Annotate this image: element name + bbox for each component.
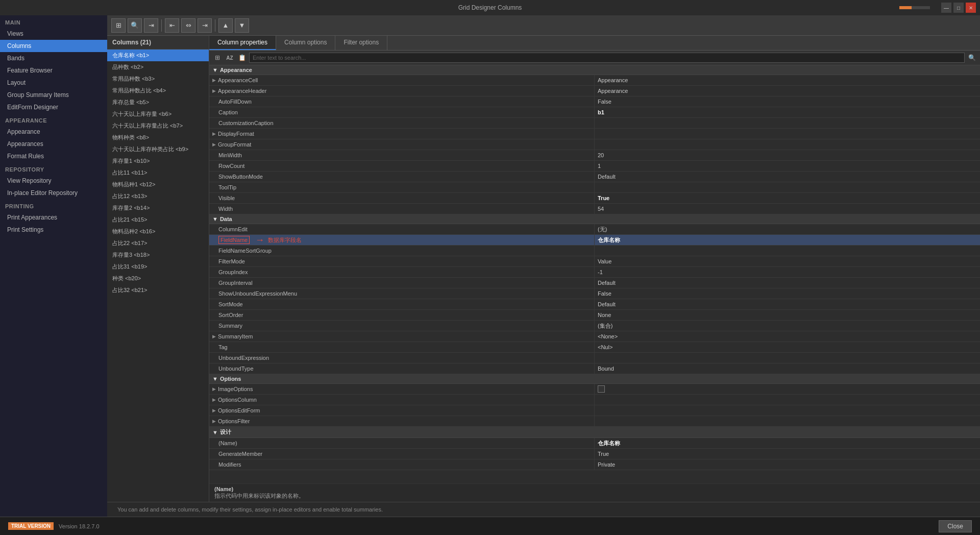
col-item-7[interactable]: 六十天以上库存量占比 <b7> bbox=[107, 120, 209, 132]
prop-row-group-index: GroupIndex -1 bbox=[209, 267, 980, 278]
grid-view-button[interactable]: ⊞ bbox=[111, 18, 126, 33]
prop-value-summary-item[interactable]: <None> bbox=[595, 331, 980, 342]
sidebar-item-layout[interactable]: Layout bbox=[0, 77, 107, 89]
prop-value-image-options[interactable] bbox=[595, 384, 980, 394]
sidebar-item-format-rules[interactable]: Format Rules bbox=[0, 150, 107, 162]
sidebar-item-print-appearances[interactable]: Print Appearances bbox=[0, 211, 107, 224]
prop-value-group-interval[interactable]: Default bbox=[595, 278, 980, 288]
align-center-button[interactable]: ⇔ bbox=[181, 18, 195, 33]
section-appearance[interactable]: ▼ Appearance bbox=[209, 65, 980, 75]
prop-value-show-button-mode[interactable]: Default bbox=[595, 172, 980, 182]
col-item-6[interactable]: 六十天以上库存量 <b6> bbox=[107, 108, 209, 120]
prop-value-unbound-expression[interactable] bbox=[595, 353, 980, 363]
prop-value-customization-caption[interactable] bbox=[595, 118, 980, 128]
col-item-15[interactable]: 占比21 <b15> bbox=[107, 214, 209, 226]
prop-value-group-format[interactable] bbox=[595, 139, 980, 150]
prop-value-generate-member[interactable]: True bbox=[595, 449, 980, 459]
name-desc-text: 指示代码中用来标识该对象的名称。 bbox=[214, 492, 975, 500]
prop-value-unbound-type[interactable]: Bound bbox=[595, 363, 980, 374]
sidebar-item-appearances[interactable]: Appearances bbox=[0, 138, 107, 150]
move-down-button[interactable]: ▼ bbox=[235, 18, 249, 33]
prop-value-options-column[interactable] bbox=[595, 395, 980, 405]
footer-close-button[interactable]: Close bbox=[939, 520, 972, 532]
col-item-13[interactable]: 占比12 <b13> bbox=[107, 190, 209, 202]
sidebar-item-inplace-editor-repository[interactable]: In-place Editor Repository bbox=[0, 187, 107, 199]
prop-value-appearance-header[interactable]: Appearance bbox=[595, 86, 980, 96]
close-window-button[interactable]: ✕ bbox=[966, 3, 976, 13]
minimize-button[interactable]: — bbox=[941, 3, 951, 13]
col-item-3[interactable]: 常用品种数 <b3> bbox=[107, 73, 209, 85]
prop-value-modifiers[interactable]: Private bbox=[595, 459, 980, 470]
tab-column-options[interactable]: Column options bbox=[276, 36, 335, 50]
prop-value-filter-mode[interactable]: Value bbox=[595, 256, 980, 266]
prop-row-sort-mode: SortMode Default bbox=[209, 299, 980, 310]
prop-value-sort-mode[interactable]: Default bbox=[595, 299, 980, 309]
col-item-1[interactable]: 仓库名称 <b1> bbox=[107, 50, 209, 61]
prop-name-group-format: ▶GroupFormat bbox=[209, 139, 595, 150]
sidebar-item-group-summary-items[interactable]: Group Summary Items bbox=[0, 89, 107, 101]
sidebar-item-print-settings[interactable]: Print Settings bbox=[0, 224, 107, 236]
sidebar-item-bands[interactable]: Bands bbox=[0, 52, 107, 64]
prop-value-column-edit[interactable]: (无) bbox=[595, 224, 980, 234]
image-options-checkbox[interactable] bbox=[598, 385, 605, 393]
sidebar-item-view-repository[interactable]: View Repository bbox=[0, 175, 107, 187]
prop-value-caption[interactable]: b1 bbox=[595, 107, 980, 117]
prop-value-visible[interactable]: True bbox=[595, 193, 980, 203]
section-data[interactable]: ▼ Data bbox=[209, 214, 980, 224]
search-button[interactable]: 🔍 bbox=[128, 18, 142, 33]
section-design[interactable]: ▼ 设计 bbox=[209, 427, 980, 438]
maximize-button[interactable]: □ bbox=[953, 3, 964, 13]
prop-value-fieldname[interactable]: 仓库名称 bbox=[595, 235, 980, 245]
prop-value-display-format[interactable] bbox=[595, 129, 980, 139]
tab-filter-options[interactable]: Filter options bbox=[335, 36, 387, 50]
prop-value-name[interactable]: 仓库名称 bbox=[595, 438, 980, 448]
prop-value-width[interactable]: 54 bbox=[595, 204, 980, 214]
property-search-input[interactable] bbox=[249, 53, 965, 63]
prop-value-fieldname-sort-group[interactable] bbox=[595, 246, 980, 256]
col-item-19[interactable]: 占比31 <b19> bbox=[107, 261, 209, 273]
col-item-4[interactable]: 常用品种数占比 <b4> bbox=[107, 85, 209, 96]
col-item-10[interactable]: 库存量1 <b10> bbox=[107, 155, 209, 167]
grid-icon-button[interactable]: ⊞ bbox=[212, 53, 223, 63]
sidebar-item-feature-browser[interactable]: Feature Browser bbox=[0, 64, 107, 77]
prop-value-minwidth[interactable]: 20 bbox=[595, 150, 980, 160]
col-item-8[interactable]: 物料种类 <b8> bbox=[107, 132, 209, 143]
align-left-button[interactable]: ⇤ bbox=[165, 18, 179, 33]
clipboard-icon-button[interactable]: 📋 bbox=[237, 53, 247, 63]
sidebar-item-editform-designer[interactable]: EditForm Designer bbox=[0, 101, 107, 113]
prop-value-options-edit-form[interactable] bbox=[595, 405, 980, 416]
prop-value-group-index[interactable]: -1 bbox=[595, 267, 980, 277]
section-options[interactable]: ▼ Options bbox=[209, 374, 980, 384]
col-item-11[interactable]: 占比11 <b11> bbox=[107, 167, 209, 179]
col-item-20[interactable]: 种类 <b20> bbox=[107, 273, 209, 284]
prop-value-show-unbound-expression-menu[interactable]: False bbox=[595, 288, 980, 299]
prop-name-image-options: ▶ImageOptions bbox=[209, 384, 595, 394]
col-item-17[interactable]: 占比22 <b17> bbox=[107, 237, 209, 249]
col-item-16[interactable]: 物料品种2 <b16> bbox=[107, 226, 209, 237]
tab-column-properties[interactable]: Column properties bbox=[209, 36, 276, 50]
col-item-9[interactable]: 六十天以上库存种类占比 <b9> bbox=[107, 143, 209, 155]
col-item-14[interactable]: 库存量2 <b14> bbox=[107, 202, 209, 214]
export-button[interactable]: ⇥ bbox=[144, 18, 158, 33]
prop-value-tag[interactable]: <Nul> bbox=[595, 342, 980, 352]
col-item-18[interactable]: 库存量3 <b18> bbox=[107, 249, 209, 261]
col-item-12[interactable]: 物料品种1 <b12> bbox=[107, 179, 209, 190]
sidebar-item-columns[interactable]: Columns bbox=[0, 40, 107, 52]
sidebar-item-views[interactable]: Views bbox=[0, 28, 107, 40]
prop-value-appearance-cell[interactable]: Appearance bbox=[595, 75, 980, 85]
sidebar-item-appearance[interactable]: Appearance bbox=[0, 126, 107, 138]
prop-value-summary[interactable]: (集合) bbox=[595, 321, 980, 331]
col-item-21[interactable]: 占比32 <b21> bbox=[107, 284, 209, 296]
move-up-button[interactable]: ▲ bbox=[218, 18, 233, 33]
col-item-5[interactable]: 库存总量 <b5> bbox=[107, 96, 209, 108]
prop-value-options-filter[interactable] bbox=[595, 416, 980, 426]
col-item-2[interactable]: 品种数 <b2> bbox=[107, 61, 209, 73]
sort-icon-button[interactable]: AZ bbox=[225, 53, 235, 63]
align-right-button[interactable]: ⇥ bbox=[198, 18, 212, 33]
prop-value-rowcount[interactable]: 1 bbox=[595, 161, 980, 171]
prop-value-sort-order[interactable]: None bbox=[595, 310, 980, 320]
prop-name-minwidth: MinWidth bbox=[209, 150, 595, 160]
search-magnify-icon[interactable]: 🔍 bbox=[967, 53, 977, 63]
prop-value-autofilldown[interactable]: False bbox=[595, 96, 980, 107]
prop-value-tooltip[interactable] bbox=[595, 182, 980, 192]
